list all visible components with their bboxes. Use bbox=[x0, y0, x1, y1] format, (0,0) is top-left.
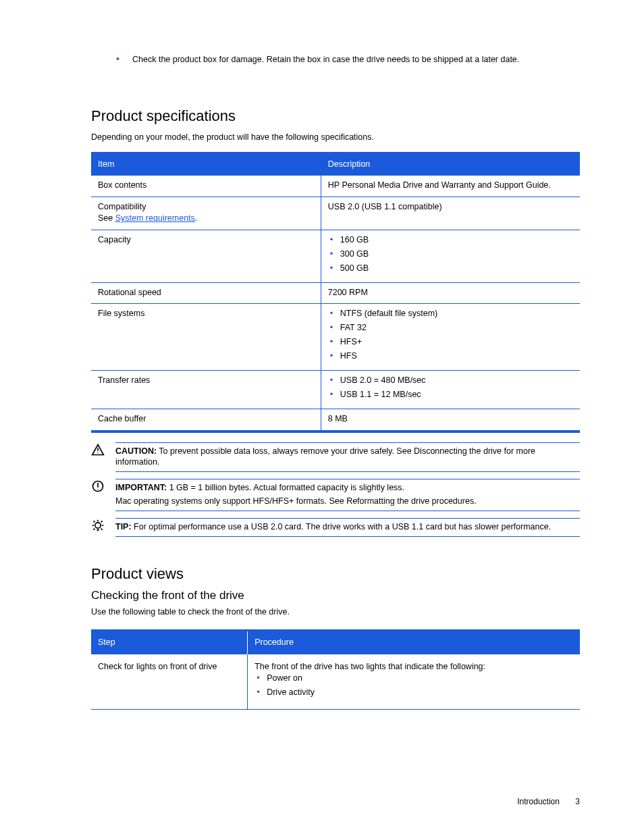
important-label: IMPORTANT: bbox=[115, 483, 167, 492]
specs-item: Capacity bbox=[91, 230, 321, 282]
specs-desc: 8 MB bbox=[321, 409, 580, 431]
specs-col-desc: Description bbox=[321, 153, 580, 176]
list-item: USB 2.0 = 480 MB/sec bbox=[340, 375, 573, 389]
svg-point-6 bbox=[95, 523, 101, 528]
tip-icon bbox=[91, 518, 109, 537]
inspect-proc-list: Power onDrive activity bbox=[254, 673, 573, 701]
specs-desc: USB 2.0 (USB 1.1 compatible) bbox=[321, 197, 580, 230]
specs-item: File systems bbox=[91, 304, 321, 371]
important-text: 1 GB = 1 billion bytes. Actual formatted… bbox=[169, 483, 404, 492]
intro-bullet: Check the product box for damage. Retain… bbox=[116, 54, 580, 66]
important-icon bbox=[91, 479, 109, 511]
specs-desc: HP Personal Media Drive and Warranty and… bbox=[321, 176, 580, 197]
views-heading: Product views bbox=[91, 564, 580, 584]
specs-item: CompatibilitySee System requirements. bbox=[91, 197, 321, 230]
specs-heading: Product specifications bbox=[91, 106, 580, 126]
list-item: 300 GB bbox=[340, 249, 573, 263]
list-item: Drive activity bbox=[267, 687, 573, 701]
views-subheading: Checking the front of the drive bbox=[91, 588, 580, 604]
inspect-proc-intro: The front of the drive has two lights th… bbox=[254, 661, 573, 673]
specs-lead: Depending on your model, the product wil… bbox=[91, 132, 580, 143]
table-row: Capacity160 GB300 GB500 GB bbox=[91, 230, 580, 282]
specs-desc: USB 2.0 = 480 MB/secUSB 1.1 = 12 MB/sec bbox=[321, 370, 580, 409]
footer-page: 3 bbox=[575, 797, 580, 806]
list-item: NTFS (default file system) bbox=[340, 308, 573, 322]
list-item: HFS+ bbox=[340, 336, 573, 350]
page-footer: Introduction 3 bbox=[517, 796, 580, 807]
svg-line-12 bbox=[101, 529, 103, 530]
important-text-2: Mac operating systems only support HFS/H… bbox=[115, 496, 580, 507]
svg-line-13 bbox=[93, 529, 95, 530]
specs-desc: 7200 RPM bbox=[321, 282, 580, 304]
caution-text: To prevent possible data loss, always re… bbox=[115, 446, 535, 467]
table-row: Check for lights on front of drive The f… bbox=[91, 654, 580, 710]
important-block: IMPORTANT: 1 GB = 1 billion bytes. Actua… bbox=[91, 479, 580, 511]
table-row: Cache buffer8 MB bbox=[91, 409, 580, 431]
inspect-col-step: Step bbox=[91, 631, 248, 654]
caution-icon bbox=[91, 442, 109, 473]
specs-desc: 160 GB300 GB500 GB bbox=[321, 230, 580, 282]
tip-text: For optimal performance use a USB 2.0 ca… bbox=[134, 522, 551, 531]
specs-col-item: Item bbox=[91, 153, 321, 176]
table-row: Transfer ratesUSB 2.0 = 480 MB/secUSB 1.… bbox=[91, 370, 580, 409]
tip-block: TIP: For optimal performance use a USB 2… bbox=[91, 518, 580, 537]
page: Check the product box for damage. Retain… bbox=[0, 0, 644, 834]
list-item: 160 GB bbox=[340, 234, 573, 249]
specs-item: Rotational speed bbox=[91, 282, 321, 304]
specs-table: Item Description Box contentsHP Personal… bbox=[91, 152, 580, 432]
list-item: USB 1.1 = 12 MB/sec bbox=[340, 389, 573, 403]
caution-label: CAUTION: bbox=[115, 446, 157, 456]
footer-section: Introduction bbox=[517, 797, 560, 806]
svg-line-14 bbox=[101, 521, 103, 522]
tip-label: TIP: bbox=[115, 522, 132, 531]
specs-item: Box contents bbox=[91, 176, 321, 197]
intro-bullet-text: Check the product box for damage. Retain… bbox=[132, 55, 519, 64]
inspect-col-proc: Procedure bbox=[248, 631, 580, 654]
inspect-step: Check for lights on front of drive bbox=[98, 662, 217, 671]
inspect-table: Step Procedure Check for lights on front… bbox=[91, 629, 580, 710]
caution-block: CAUTION: To prevent possible data loss, … bbox=[91, 442, 580, 473]
specs-desc: NTFS (default file system)FAT 32HFS+HFS bbox=[321, 304, 580, 371]
table-row: CompatibilitySee System requirements.USB… bbox=[91, 197, 580, 230]
list-item: FAT 32 bbox=[340, 322, 573, 336]
specs-item: Cache buffer bbox=[91, 409, 321, 431]
system-requirements-link[interactable]: System requirements bbox=[115, 213, 195, 223]
table-row: File systemsNTFS (default file system)FA… bbox=[91, 304, 580, 371]
table-row: Box contentsHP Personal Media Drive and … bbox=[91, 176, 580, 197]
list-item: HFS bbox=[340, 350, 573, 365]
list-item: Power on bbox=[267, 673, 573, 687]
views-lead: Use the following table to check the fro… bbox=[91, 606, 580, 618]
svg-line-11 bbox=[93, 521, 95, 522]
list-item: 500 GB bbox=[340, 263, 573, 277]
specs-item: Transfer rates bbox=[91, 370, 321, 409]
table-row: Rotational speed7200 RPM bbox=[91, 282, 580, 304]
